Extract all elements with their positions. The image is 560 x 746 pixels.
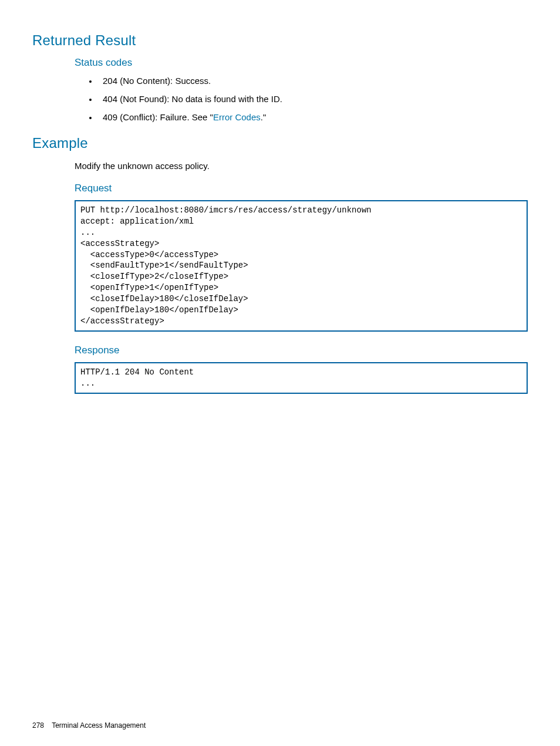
status-code-item: 409 (Conflict): Failure. See "Error Code… xyxy=(98,111,528,123)
subheading-status-codes: Status codes xyxy=(75,57,528,69)
section-heading-returned-result: Returned Result xyxy=(32,32,528,49)
page-number: 278 xyxy=(32,721,44,730)
request-code-block: PUT http://localhost:8080/imcrs/res/acce… xyxy=(75,200,528,332)
response-code-block: HTTP/1.1 204 No Content ... xyxy=(75,362,528,394)
status-code-text: ." xyxy=(261,112,266,122)
page-footer: 278 Terminal Access Management xyxy=(32,721,146,730)
status-code-item: 204 (No Content): Success. xyxy=(98,75,528,87)
subheading-response: Response xyxy=(75,345,528,356)
example-intro: Modify the unknown access policy. xyxy=(75,160,528,172)
footer-chapter: Terminal Access Management xyxy=(52,721,146,730)
error-codes-link[interactable]: Error Codes xyxy=(213,112,261,122)
status-code-text: 409 (Conflict): Failure. See " xyxy=(103,112,213,122)
status-code-item: 404 (Not Found): No data is found with t… xyxy=(98,93,528,105)
status-codes-list: 204 (No Content): Success. 404 (Not Foun… xyxy=(98,75,528,123)
section-heading-example: Example xyxy=(32,135,528,151)
subheading-request: Request xyxy=(75,183,528,194)
